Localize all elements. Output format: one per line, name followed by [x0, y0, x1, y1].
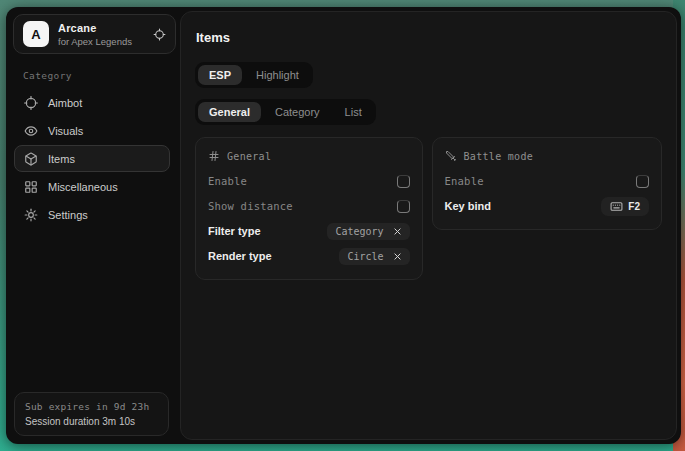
sidebar-spacer [6, 229, 178, 392]
hash-icon [208, 150, 220, 162]
grid-icon [24, 180, 38, 194]
battle-enable-row: Enable [445, 169, 649, 193]
sidebar-item-label: Settings [48, 209, 88, 221]
sword-icon [445, 150, 457, 162]
sidebar-nav: Aimbot Visuals Items Miscellaneous [6, 88, 178, 229]
battle-enable-label: Enable [445, 175, 484, 187]
view-tabs: General Category List [195, 99, 376, 125]
render-type-select[interactable]: Circle [339, 248, 409, 265]
key-bind-label: Key bind [445, 200, 491, 212]
battle-mode-card: Battle mode Enable Key bind F2 [432, 137, 662, 230]
locate-icon[interactable] [153, 28, 166, 41]
render-type-value: Circle [347, 251, 383, 262]
battle-mode-card-header: Battle mode [445, 150, 649, 162]
crosshair-icon [24, 96, 38, 110]
mode-tabs: ESP Highlight [195, 62, 313, 88]
filter-type-value: Category [335, 226, 383, 237]
sidebar-item-label: Items [48, 153, 75, 165]
app-title: Arcane [58, 22, 132, 34]
sidebar-item-items[interactable]: Items [14, 145, 170, 172]
sidebar-item-label: Aimbot [48, 97, 82, 109]
general-card: General Enable Show distance Filter type… [195, 137, 423, 280]
subscription-info-box: Sub expires in 9d 23h Session duration 3… [14, 392, 169, 436]
general-card-header: General [208, 150, 410, 162]
tab-esp[interactable]: ESP [198, 65, 242, 85]
sidebar-section-label: Category [23, 70, 178, 81]
filter-type-row: Filter type Category [208, 219, 410, 243]
gear-icon [24, 208, 38, 222]
tab-list[interactable]: List [334, 102, 373, 122]
enable-label: Enable [208, 175, 247, 187]
eye-icon [24, 124, 38, 138]
render-type-row: Render type Circle [208, 244, 410, 268]
show-distance-checkbox[interactable] [397, 200, 410, 213]
sidebar-item-miscellaneous[interactable]: Miscellaneous [14, 173, 170, 200]
general-card-title: General [227, 151, 271, 162]
close-icon[interactable] [393, 227, 402, 236]
view-tabs-row: General Category List [195, 99, 662, 125]
mode-tabs-row: ESP Highlight [195, 62, 662, 88]
session-duration-text: Session duration 3m 10s [25, 416, 158, 427]
sidebar-item-settings[interactable]: Settings [14, 201, 170, 228]
enable-checkbox[interactable] [397, 175, 410, 188]
app-subtitle: for Apex Legends [58, 36, 132, 47]
content-panel: Items ESP Highlight General Category Lis… [180, 11, 677, 440]
render-type-label: Render type [208, 250, 272, 262]
enable-row: Enable [208, 169, 410, 193]
key-bind-value: F2 [628, 201, 640, 212]
key-bind-row: Key bind F2 [445, 194, 649, 218]
key-bind-button[interactable]: F2 [601, 197, 649, 216]
sidebar-item-aimbot[interactable]: Aimbot [14, 89, 170, 116]
tab-highlight[interactable]: Highlight [245, 65, 310, 85]
sidebar-item-visuals[interactable]: Visuals [14, 117, 170, 144]
filter-type-select[interactable]: Category [327, 223, 409, 240]
keyboard-icon [610, 200, 623, 213]
package-icon [24, 152, 38, 166]
sidebar-item-label: Visuals [48, 125, 83, 137]
tab-general[interactable]: General [198, 102, 261, 122]
battle-enable-checkbox[interactable] [636, 175, 649, 188]
arcane-menu-window: A Arcane for Apex Legends Category Aimbo… [6, 7, 681, 444]
page-title: Items [196, 30, 662, 45]
brand-text: Arcane for Apex Legends [58, 22, 132, 47]
show-distance-label: Show distance [208, 200, 293, 212]
battle-mode-card-title: Battle mode [464, 151, 534, 162]
cards-row: General Enable Show distance Filter type… [195, 137, 662, 280]
filter-type-label: Filter type [208, 225, 261, 237]
show-distance-row: Show distance [208, 194, 410, 218]
brand-card: A Arcane for Apex Legends [13, 14, 176, 54]
sidebar-item-label: Miscellaneous [48, 181, 118, 193]
sidebar: A Arcane for Apex Legends Category Aimbo… [6, 7, 178, 444]
tab-category[interactable]: Category [264, 102, 331, 122]
sub-expiry-text: Sub expires in 9d 23h [25, 401, 158, 412]
close-icon[interactable] [393, 252, 402, 261]
app-logo: A [23, 21, 49, 47]
